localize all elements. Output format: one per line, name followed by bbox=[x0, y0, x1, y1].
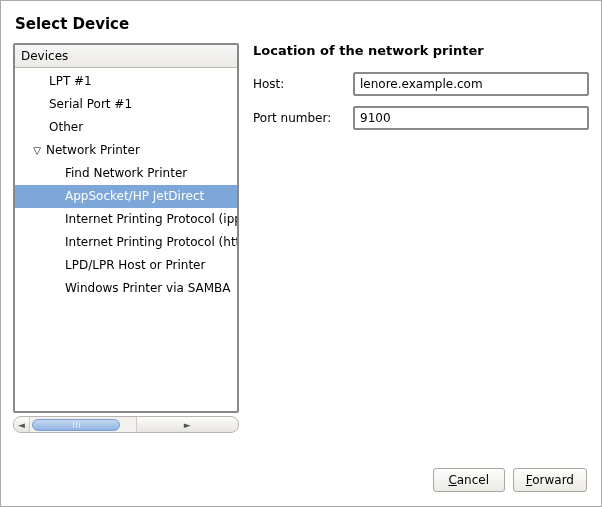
device-item-find-network-printer[interactable]: Find Network Printer bbox=[15, 162, 237, 185]
scroll-left-arrow-icon[interactable]: ◄ bbox=[14, 417, 30, 432]
scroll-track[interactable] bbox=[30, 417, 136, 432]
device-item-samba[interactable]: Windows Printer via SAMBA bbox=[15, 277, 237, 300]
dialog-content: Devices LPT #1 Serial Port #1 Other ▽ Ne… bbox=[13, 43, 589, 433]
device-item-http[interactable]: Internet Printing Protocol (https) bbox=[15, 231, 237, 254]
button-bar: Cancel Forward bbox=[433, 468, 587, 492]
btn-post: ancel bbox=[457, 473, 489, 487]
device-item-label: Network Printer bbox=[46, 142, 140, 159]
btn-mn: C bbox=[448, 473, 456, 487]
device-item-other[interactable]: Other bbox=[15, 116, 237, 139]
btn-post: orward bbox=[532, 473, 574, 487]
port-label: Port number: bbox=[253, 111, 345, 125]
port-input[interactable] bbox=[353, 106, 589, 130]
devices-tree: LPT #1 Serial Port #1 Other ▽ Network Pr… bbox=[15, 68, 237, 302]
host-input[interactable] bbox=[353, 72, 589, 96]
select-device-dialog: Select Device Devices LPT #1 Serial Port… bbox=[0, 0, 602, 507]
forward-button[interactable]: Forward bbox=[513, 468, 587, 492]
left-panel: Devices LPT #1 Serial Port #1 Other ▽ Ne… bbox=[13, 43, 239, 433]
horizontal-scrollbar[interactable]: ◄ ► bbox=[13, 416, 239, 433]
section-label: Location of the network printer bbox=[253, 43, 589, 58]
devices-list: Devices LPT #1 Serial Port #1 Other ▽ Ne… bbox=[13, 43, 239, 413]
scroll-right-arrow-icon[interactable]: ► bbox=[136, 417, 239, 432]
device-item-lpd[interactable]: LPD/LPR Host or Printer bbox=[15, 254, 237, 277]
host-row: Host: bbox=[253, 72, 589, 96]
chevron-down-icon[interactable]: ▽ bbox=[31, 145, 43, 157]
port-row: Port number: bbox=[253, 106, 589, 130]
devices-header[interactable]: Devices bbox=[15, 45, 237, 68]
device-item-network-printer[interactable]: ▽ Network Printer bbox=[15, 139, 237, 162]
device-item-lpt1[interactable]: LPT #1 bbox=[15, 70, 237, 93]
device-item-appsocket[interactable]: AppSocket/HP JetDirect bbox=[15, 185, 237, 208]
right-panel: Location of the network printer Host: Po… bbox=[253, 43, 589, 433]
dialog-title: Select Device bbox=[15, 15, 589, 33]
device-item-ipp[interactable]: Internet Printing Protocol (ipp) bbox=[15, 208, 237, 231]
host-label: Host: bbox=[253, 77, 345, 91]
device-item-serial1[interactable]: Serial Port #1 bbox=[15, 93, 237, 116]
cancel-button[interactable]: Cancel bbox=[433, 468, 505, 492]
scroll-thumb[interactable] bbox=[32, 419, 120, 431]
